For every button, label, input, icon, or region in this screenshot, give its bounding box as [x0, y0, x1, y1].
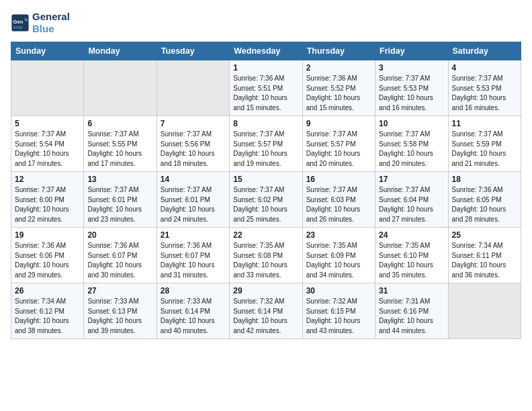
calendar-cell: 8Sunrise: 7:37 AMSunset: 5:57 PMDaylight… — [230, 116, 302, 172]
weekday-header-saturday: Saturday — [448, 42, 521, 60]
calendar-cell — [448, 283, 521, 339]
week-row-3: 12Sunrise: 7:37 AMSunset: 6:00 PMDayligh… — [11, 172, 521, 228]
day-info: Sunrise: 7:37 AMSunset: 5:57 PMDaylight:… — [233, 130, 298, 169]
day-number: 17 — [379, 175, 444, 184]
day-number: 15 — [233, 175, 298, 184]
calendar-cell — [84, 60, 157, 116]
day-number: 16 — [306, 175, 371, 184]
day-number: 31 — [379, 286, 444, 295]
calendar-cell: 31Sunrise: 7:31 AMSunset: 6:16 PMDayligh… — [375, 283, 448, 339]
day-number: 24 — [379, 230, 444, 240]
week-row-1: 1Sunrise: 7:36 AMSunset: 5:51 PMDaylight… — [11, 60, 521, 116]
day-number: 23 — [306, 230, 371, 240]
calendar-cell: 23Sunrise: 7:35 AMSunset: 6:09 PMDayligh… — [302, 228, 375, 283]
day-number: 2 — [306, 63, 371, 73]
calendar-cell — [157, 60, 229, 116]
day-info: Sunrise: 7:34 AMSunset: 6:11 PMDaylight:… — [452, 241, 517, 280]
day-number: 28 — [161, 286, 226, 295]
calendar-cell: 13Sunrise: 7:37 AMSunset: 6:01 PMDayligh… — [84, 172, 157, 228]
calendar-cell: 4Sunrise: 7:37 AMSunset: 5:53 PMDaylight… — [448, 60, 521, 116]
calendar-cell: 24Sunrise: 7:35 AMSunset: 6:10 PMDayligh… — [375, 228, 448, 283]
day-number: 1 — [233, 63, 298, 73]
weekday-header-tuesday: Tuesday — [157, 42, 229, 60]
day-info: Sunrise: 7:35 AMSunset: 6:09 PMDaylight:… — [306, 241, 371, 280]
day-info: Sunrise: 7:36 AMSunset: 6:05 PMDaylight:… — [452, 185, 517, 224]
day-number: 6 — [87, 119, 152, 128]
day-info: Sunrise: 7:34 AMSunset: 6:12 PMDaylight:… — [15, 297, 80, 336]
day-number: 19 — [15, 230, 80, 240]
day-info: Sunrise: 7:32 AMSunset: 6:14 PMDaylight:… — [233, 297, 298, 336]
day-info: Sunrise: 7:31 AMSunset: 6:16 PMDaylight:… — [379, 297, 444, 336]
page-container: Gen eral General Blue SundayMondayTuesda… — [0, 0, 532, 345]
day-info: Sunrise: 7:37 AMSunset: 6:01 PMDaylight:… — [87, 185, 152, 224]
calendar-cell: 17Sunrise: 7:37 AMSunset: 6:04 PMDayligh… — [375, 172, 448, 228]
calendar-cell: 5Sunrise: 7:37 AMSunset: 5:54 PMDaylight… — [11, 116, 84, 172]
weekday-header-sunday: Sunday — [11, 42, 84, 60]
calendar-cell: 20Sunrise: 7:36 AMSunset: 6:07 PMDayligh… — [84, 228, 157, 283]
day-info: Sunrise: 7:37 AMSunset: 5:57 PMDaylight:… — [306, 130, 371, 169]
day-info: Sunrise: 7:37 AMSunset: 5:53 PMDaylight:… — [452, 74, 517, 113]
calendar-cell: 26Sunrise: 7:34 AMSunset: 6:12 PMDayligh… — [11, 283, 84, 339]
day-number: 5 — [15, 119, 80, 128]
calendar-cell: 11Sunrise: 7:37 AMSunset: 5:59 PMDayligh… — [448, 116, 521, 172]
day-number: 9 — [306, 119, 371, 128]
day-number: 14 — [161, 175, 226, 184]
calendar-cell: 3Sunrise: 7:37 AMSunset: 5:53 PMDaylight… — [375, 60, 448, 116]
calendar-cell: 27Sunrise: 7:33 AMSunset: 6:13 PMDayligh… — [84, 283, 157, 339]
svg-text:eral: eral — [13, 24, 23, 30]
calendar-cell: 19Sunrise: 7:36 AMSunset: 6:06 PMDayligh… — [11, 228, 84, 283]
calendar-cell: 15Sunrise: 7:37 AMSunset: 6:02 PMDayligh… — [230, 172, 302, 228]
calendar-table: SundayMondayTuesdayWednesdayThursdayFrid… — [11, 42, 521, 339]
logo-text: General Blue — [32, 11, 70, 35]
calendar-cell: 18Sunrise: 7:36 AMSunset: 6:05 PMDayligh… — [448, 172, 521, 228]
day-info: Sunrise: 7:37 AMSunset: 5:55 PMDaylight:… — [87, 130, 152, 169]
day-number: 20 — [87, 230, 152, 240]
day-number: 25 — [452, 230, 517, 240]
day-number: 3 — [379, 63, 444, 73]
day-number: 30 — [306, 286, 371, 295]
day-info: Sunrise: 7:36 AMSunset: 6:07 PMDaylight:… — [87, 241, 152, 280]
calendar-cell: 1Sunrise: 7:36 AMSunset: 5:51 PMDaylight… — [230, 60, 302, 116]
weekday-header-wednesday: Wednesday — [230, 42, 302, 60]
calendar-cell — [11, 60, 84, 116]
day-number: 26 — [15, 286, 80, 295]
day-number: 11 — [452, 119, 517, 128]
day-info: Sunrise: 7:33 AMSunset: 6:13 PMDaylight:… — [87, 297, 152, 336]
day-info: Sunrise: 7:33 AMSunset: 6:14 PMDaylight:… — [161, 297, 226, 336]
day-info: Sunrise: 7:36 AMSunset: 6:07 PMDaylight:… — [161, 241, 226, 280]
calendar-cell: 14Sunrise: 7:37 AMSunset: 6:01 PMDayligh… — [157, 172, 229, 228]
calendar-cell: 7Sunrise: 7:37 AMSunset: 5:56 PMDaylight… — [157, 116, 229, 172]
day-info: Sunrise: 7:35 AMSunset: 6:10 PMDaylight:… — [379, 241, 444, 280]
calendar-cell: 16Sunrise: 7:37 AMSunset: 6:03 PMDayligh… — [302, 172, 375, 228]
day-number: 13 — [87, 175, 152, 184]
week-row-5: 26Sunrise: 7:34 AMSunset: 6:12 PMDayligh… — [11, 283, 521, 339]
day-info: Sunrise: 7:37 AMSunset: 6:03 PMDaylight:… — [306, 185, 371, 224]
day-info: Sunrise: 7:35 AMSunset: 6:08 PMDaylight:… — [233, 241, 298, 280]
day-info: Sunrise: 7:37 AMSunset: 6:00 PMDaylight:… — [15, 185, 80, 224]
day-number: 18 — [452, 175, 517, 184]
day-number: 7 — [161, 119, 226, 128]
calendar-cell: 9Sunrise: 7:37 AMSunset: 5:57 PMDaylight… — [302, 116, 375, 172]
day-number: 4 — [452, 63, 517, 73]
header: Gen eral General Blue — [11, 11, 521, 35]
logo-icon: Gen eral — [11, 13, 30, 32]
day-info: Sunrise: 7:37 AMSunset: 6:01 PMDaylight:… — [161, 185, 226, 224]
weekday-header-monday: Monday — [84, 42, 157, 60]
day-info: Sunrise: 7:37 AMSunset: 5:53 PMDaylight:… — [379, 74, 444, 113]
day-info: Sunrise: 7:32 AMSunset: 6:15 PMDaylight:… — [306, 297, 371, 336]
calendar-cell: 21Sunrise: 7:36 AMSunset: 6:07 PMDayligh… — [157, 228, 229, 283]
day-info: Sunrise: 7:37 AMSunset: 5:59 PMDaylight:… — [452, 130, 517, 169]
day-number: 29 — [233, 286, 298, 295]
week-row-4: 19Sunrise: 7:36 AMSunset: 6:06 PMDayligh… — [11, 228, 521, 283]
calendar-cell: 2Sunrise: 7:36 AMSunset: 5:52 PMDaylight… — [302, 60, 375, 116]
day-number: 10 — [379, 119, 444, 128]
day-info: Sunrise: 7:36 AMSunset: 6:06 PMDaylight:… — [15, 241, 80, 280]
logo: Gen eral General Blue — [11, 11, 70, 35]
day-number: 22 — [233, 230, 298, 240]
calendar-cell: 6Sunrise: 7:37 AMSunset: 5:55 PMDaylight… — [84, 116, 157, 172]
week-row-2: 5Sunrise: 7:37 AMSunset: 5:54 PMDaylight… — [11, 116, 521, 172]
day-info: Sunrise: 7:37 AMSunset: 6:02 PMDaylight:… — [233, 185, 298, 224]
day-info: Sunrise: 7:36 AMSunset: 5:52 PMDaylight:… — [306, 74, 371, 113]
day-info: Sunrise: 7:37 AMSunset: 6:04 PMDaylight:… — [379, 185, 444, 224]
day-info: Sunrise: 7:37 AMSunset: 5:54 PMDaylight:… — [15, 130, 80, 169]
